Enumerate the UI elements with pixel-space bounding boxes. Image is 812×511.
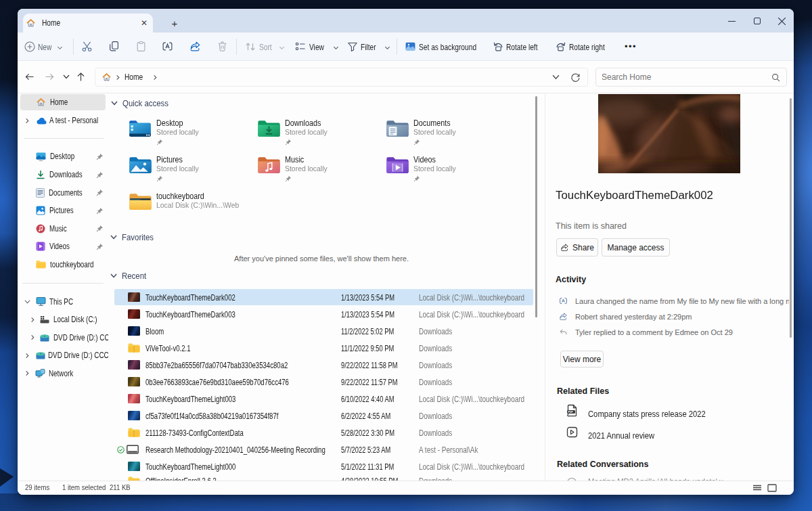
svg-text:PDF: PDF (568, 411, 574, 414)
